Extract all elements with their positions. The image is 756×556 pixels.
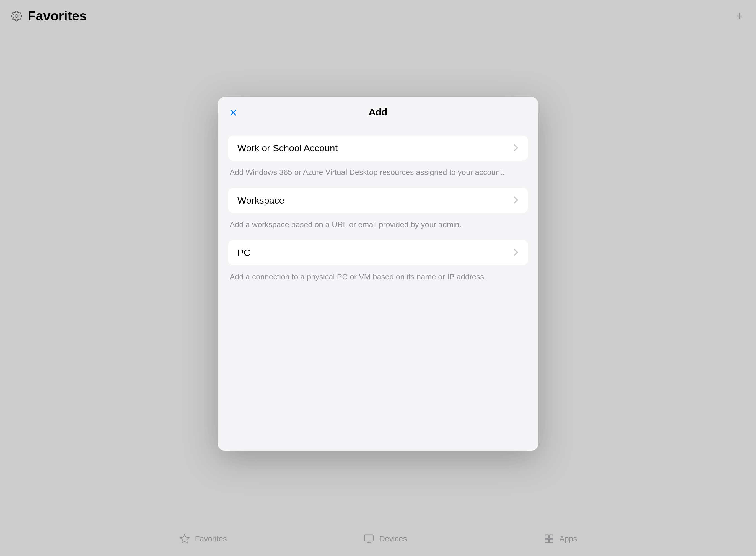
chevron-right-icon — [513, 144, 519, 153]
option-label: PC — [237, 247, 250, 258]
apps-icon — [544, 533, 555, 544]
monitor-icon — [363, 533, 374, 544]
modal-title: Add — [369, 106, 387, 117]
tab-favorites[interactable]: Favorites — [179, 533, 227, 544]
tab-apps[interactable]: Apps — [544, 533, 577, 544]
svg-rect-6 — [365, 535, 373, 541]
modal-body: Work or School Account Add Windows 365 o… — [217, 127, 539, 301]
option-description: Add Windows 365 or Azure Virtual Desktop… — [228, 161, 528, 177]
svg-marker-5 — [180, 534, 189, 543]
modal-header: Add — [217, 97, 539, 127]
tab-label: Devices — [379, 534, 407, 543]
option-label: Workspace — [237, 195, 284, 206]
svg-rect-9 — [545, 535, 548, 538]
modal-backdrop: Add Work or School Account Add Windows 3… — [0, 0, 756, 556]
star-icon — [179, 533, 190, 544]
close-button[interactable] — [227, 106, 239, 119]
option-work-school-account[interactable]: Work or School Account — [228, 136, 528, 161]
tab-label: Apps — [559, 534, 577, 543]
svg-rect-12 — [549, 539, 553, 543]
svg-rect-11 — [545, 539, 548, 543]
option-description: Add a connection to a physical PC or VM … — [228, 265, 528, 281]
chevron-right-icon — [513, 196, 519, 205]
tab-devices[interactable]: Devices — [363, 533, 407, 544]
tab-bar: Favorites Devices Apps — [0, 521, 756, 556]
add-modal: Add Work or School Account Add Windows 3… — [217, 97, 539, 451]
option-label: Work or School Account — [237, 143, 338, 153]
option-description: Add a workspace based on a URL or email … — [228, 213, 528, 229]
chevron-right-icon — [513, 248, 519, 257]
tab-label: Favorites — [195, 534, 227, 543]
svg-rect-10 — [549, 535, 553, 538]
option-workspace[interactable]: Workspace — [228, 188, 528, 213]
option-pc[interactable]: PC — [228, 240, 528, 265]
